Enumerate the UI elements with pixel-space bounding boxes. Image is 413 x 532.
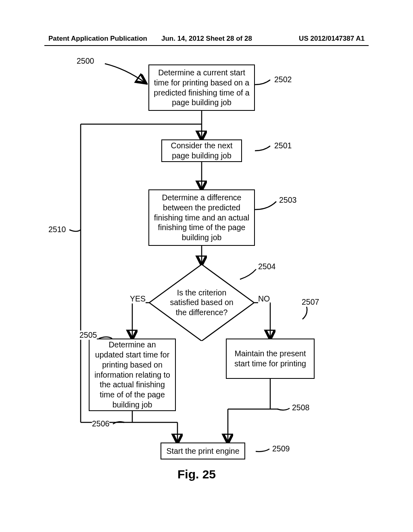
box-2502-text: Determine a current start time for print…: [153, 68, 250, 108]
box-2507: Maintain the present start time for prin…: [226, 339, 315, 379]
box-2503-text: Determine a difference between the predi…: [153, 193, 250, 243]
decision-yes-label: YES: [130, 294, 146, 303]
box-2505-text: Determine an updated start time for prin…: [94, 340, 171, 410]
ref-2500: 2500: [77, 56, 94, 66]
box-2501-text: Consider the next page building job: [166, 141, 237, 161]
header-left: Patent Application Publication: [48, 35, 147, 43]
box-2507-text: Maintain the present start time for prin…: [231, 349, 310, 369]
ref-2503: 2503: [279, 195, 296, 205]
ref-2505: 2505: [79, 330, 97, 340]
header-right: US 2012/0147387 A1: [299, 35, 365, 43]
box-2503: Determine a difference between the predi…: [148, 189, 255, 246]
page-root: Patent Application Publication Jun. 14, …: [0, 0, 413, 532]
ref-2509: 2509: [272, 444, 290, 453]
figure-caption: Fig. 25: [177, 468, 216, 481]
decision-2504-text: Is the criterion satisfied based on the …: [169, 288, 234, 317]
ref-2508: 2508: [292, 403, 309, 412]
ref-2501: 2501: [274, 141, 292, 150]
decision-no-label: NO: [258, 294, 270, 303]
ref-2510: 2510: [48, 225, 66, 234]
ref-2502: 2502: [274, 75, 292, 84]
box-2505: Determine an updated start time for prin…: [89, 339, 176, 411]
box-2509-text: Start the print engine: [166, 446, 239, 456]
ref-2504: 2504: [258, 262, 275, 271]
box-2502: Determine a current start time for print…: [148, 64, 255, 111]
header-center: Jun. 14, 2012 Sheet 28 of 28: [161, 35, 252, 43]
flowchart-diagram: 2500 Determine a current start time for …: [44, 56, 369, 500]
ref-2507: 2507: [302, 297, 319, 307]
box-2509: Start the print engine: [161, 443, 245, 459]
decision-2504: Is the criterion satisfied based on the …: [149, 264, 254, 341]
box-2501: Consider the next page building job: [161, 139, 242, 162]
ref-2506: 2506: [92, 419, 109, 428]
header-divider: [44, 45, 369, 46]
